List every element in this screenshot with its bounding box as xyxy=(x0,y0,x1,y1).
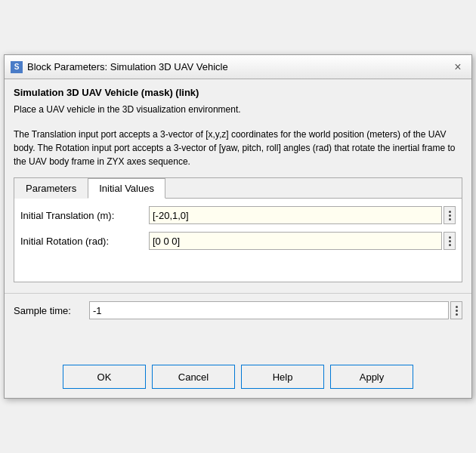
sample-row: Sample time: xyxy=(14,301,462,319)
button-bar: OK Cancel Help Apply xyxy=(5,357,471,398)
ok-button[interactable]: OK xyxy=(63,365,146,389)
dot2 xyxy=(449,214,451,217)
rotation-label: Initial Rotation (rad): xyxy=(20,236,149,247)
rotation-row: Initial Rotation (rad): xyxy=(20,232,456,250)
close-button[interactable]: × xyxy=(450,60,465,75)
rotation-input[interactable] xyxy=(149,232,442,250)
dialog-title: Block Parameters: Simulation 3D UAV Vehi… xyxy=(27,61,228,72)
help-button[interactable]: Help xyxy=(241,365,324,389)
sample-input-wrapper xyxy=(89,301,462,319)
description-line2: The Translation input port accepts a 3-v… xyxy=(14,128,462,168)
sample-label: Sample time: xyxy=(14,305,89,316)
tabs-container: Parameters Initial Values Initial Transl… xyxy=(14,177,462,282)
translation-input[interactable] xyxy=(149,206,442,224)
dot1 xyxy=(449,211,451,213)
description-title: Simulation 3D UAV Vehicle (mask) (link) xyxy=(14,87,462,98)
dot1 xyxy=(456,306,458,308)
apply-button[interactable]: Apply xyxy=(330,365,413,389)
spacer xyxy=(5,327,471,357)
dialog-icon: S xyxy=(11,61,23,73)
description-line1: Place a UAV vehicle in the 3D visualizat… xyxy=(14,103,462,116)
translation-input-wrapper xyxy=(149,206,456,224)
dot3 xyxy=(456,313,458,316)
dot1 xyxy=(449,236,451,239)
translation-row: Initial Translation (m): xyxy=(20,206,456,224)
dialog-content: Simulation 3D UAV Vehicle (mask) (link) … xyxy=(5,79,471,290)
sample-time-section: Sample time: xyxy=(5,293,471,327)
tab-parameters[interactable]: Parameters xyxy=(14,178,88,199)
cancel-button[interactable]: Cancel xyxy=(152,365,235,389)
title-bar: S Block Parameters: Simulation 3D UAV Ve… xyxy=(5,55,471,79)
title-bar-left: S Block Parameters: Simulation 3D UAV Ve… xyxy=(11,61,228,73)
translation-label: Initial Translation (m): xyxy=(20,210,149,221)
dot3 xyxy=(449,244,451,246)
block-parameters-dialog: S Block Parameters: Simulation 3D UAV Ve… xyxy=(4,54,472,399)
rotation-input-wrapper xyxy=(149,232,456,250)
dot2 xyxy=(456,310,458,312)
dot3 xyxy=(449,218,451,220)
tab-content-initial-values: Initial Translation (m): Initial Rotatio… xyxy=(14,199,462,282)
tab-initial-values[interactable]: Initial Values xyxy=(88,178,165,199)
tab-bar: Parameters Initial Values xyxy=(14,178,462,199)
dot2 xyxy=(449,240,451,242)
rotation-menu-button[interactable] xyxy=(444,232,456,250)
description-section: Simulation 3D UAV Vehicle (mask) (link) … xyxy=(14,87,462,168)
sample-input[interactable] xyxy=(89,301,449,319)
translation-menu-button[interactable] xyxy=(444,206,456,224)
sample-menu-button[interactable] xyxy=(450,301,462,319)
